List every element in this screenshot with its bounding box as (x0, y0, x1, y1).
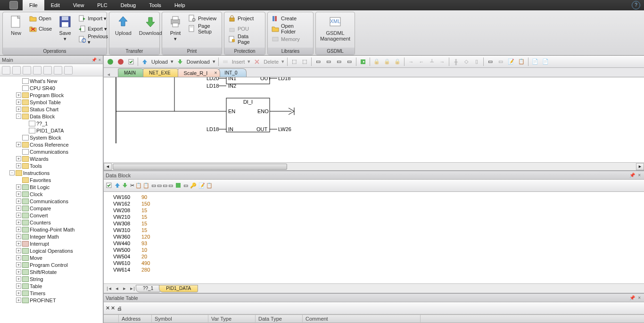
db-nav-last[interactable]: ►| (128, 286, 136, 291)
tree-node[interactable]: +Interrupt (0, 240, 103, 247)
scroll-left-icon[interactable]: ◄ (104, 163, 112, 170)
upload-text[interactable]: Upload (150, 59, 169, 65)
tree-node[interactable]: +Tools (0, 162, 103, 169)
db-copy-icon[interactable]: 📋 (135, 182, 142, 189)
expand-icon[interactable]: + (16, 227, 21, 232)
view-icon-2[interactable] (12, 66, 21, 75)
stop-icon[interactable] (116, 57, 125, 66)
menu-file[interactable]: File (23, 0, 44, 10)
tree-node[interactable]: +PROFINET (0, 297, 103, 304)
expand-icon[interactable]: + (16, 156, 21, 161)
tree-node[interactable]: ??_1 (0, 120, 103, 127)
close-button[interactable]: Close (28, 24, 53, 34)
tb-17[interactable]: ▯ (472, 57, 481, 66)
db-tb-b[interactable]: ▭ (157, 182, 162, 189)
menu-edit[interactable]: Edit (44, 0, 66, 10)
db-tb-g[interactable]: 📝 (198, 182, 205, 189)
data-block-row[interactable]: VW21015 (113, 214, 635, 220)
tb-18[interactable]: ▭ (486, 57, 495, 66)
data-block-row[interactable]: VW610490 (113, 260, 635, 266)
db-tab-2[interactable]: PID1_DATA (159, 285, 198, 292)
vt-col-0[interactable] (104, 315, 119, 323)
tree-node[interactable]: +Table (0, 282, 103, 290)
db-tb-a[interactable]: ▭ (151, 182, 156, 189)
menu-view[interactable]: View (66, 0, 91, 10)
tb-15[interactable]: ╫ (451, 57, 461, 66)
db-nav-prev[interactable]: ◄ (113, 286, 121, 291)
insert-icon[interactable] (221, 57, 230, 66)
tree-node[interactable]: +Bit Logic (0, 183, 103, 190)
data-block-row[interactable]: VW31015 (113, 227, 635, 233)
tree-node[interactable]: +Program Block (0, 91, 103, 99)
data-block-row[interactable]: VW360120 (113, 233, 635, 240)
upload-arrow-icon[interactable] (140, 57, 149, 66)
menu-plc[interactable]: PLC (91, 0, 114, 10)
tree-node[interactable]: Communications (0, 148, 103, 155)
expand-icon[interactable]: + (16, 234, 21, 239)
expand-icon[interactable]: - (9, 170, 15, 175)
download-arrow-icon[interactable] (175, 57, 185, 66)
expand-icon[interactable]: - (16, 114, 21, 119)
vt-col-symbol[interactable]: Symbol (152, 315, 208, 323)
db-paste-icon[interactable]: 📋 (143, 182, 149, 189)
db-tb-d[interactable]: ▭ (168, 182, 173, 189)
run-icon[interactable] (106, 57, 115, 66)
expand-icon[interactable]: + (16, 191, 21, 197)
data-block-row[interactable]: VW44093 (113, 240, 635, 247)
tree-node[interactable]: +Timers (0, 290, 103, 297)
expand-icon[interactable]: + (16, 298, 21, 303)
tree-node[interactable]: +Communications (0, 198, 103, 205)
close-panel-icon[interactable]: × (636, 173, 642, 178)
menu-tools[interactable]: Tools (142, 0, 168, 10)
pou-button[interactable]: POU (227, 24, 262, 34)
export-button[interactable]: Export ▾ (77, 24, 109, 34)
tree-node[interactable]: +Shift/Rotate (0, 268, 103, 275)
expand-icon[interactable]: + (16, 290, 21, 296)
new-button[interactable]: New (6, 13, 26, 37)
db-tb-c[interactable]: ▭ (163, 182, 167, 189)
pin-icon[interactable]: 📌 (628, 173, 636, 178)
view-icon-5[interactable] (43, 66, 52, 75)
tb-12[interactable]: ← (417, 57, 426, 66)
tree-node[interactable]: +Counters (0, 219, 103, 226)
tb-14[interactable]: → (438, 57, 447, 66)
print-button[interactable]: Print▾ (165, 13, 186, 43)
expand-icon[interactable]: + (16, 142, 21, 147)
db-tb-f[interactable]: 🔑 (190, 182, 197, 189)
tree-node[interactable]: PID1_DATA (0, 127, 103, 134)
close-panel-icon[interactable]: × (636, 295, 642, 300)
expand-icon[interactable]: + (16, 92, 21, 98)
expand-icon[interactable]: + (16, 248, 21, 253)
view-icon-6[interactable] (54, 66, 62, 75)
db-tab-1[interactable]: ??_1 (136, 285, 160, 292)
tree-node[interactable]: +Program Control (0, 261, 103, 268)
vt-tb-2[interactable]: ✕ (111, 305, 115, 311)
expand-icon[interactable]: + (16, 269, 21, 274)
tab-scroll-left[interactable]: ◄ (107, 72, 111, 77)
expand-icon[interactable]: + (16, 199, 21, 204)
scroll-thumb[interactable] (113, 164, 287, 170)
tree-node[interactable]: +Cross Reference (0, 141, 103, 148)
ladder-canvas[interactable]: LD20 IN1 OUT LD18 LD18 IN2 DI_I EN ENO (104, 77, 644, 162)
tb-2[interactable]: ⬚ (300, 57, 309, 66)
view-icon-1[interactable] (2, 66, 10, 75)
tree-node[interactable]: +Integer Math (0, 233, 103, 240)
create-button[interactable]: Create (271, 13, 310, 24)
close-panel-icon[interactable]: × (99, 58, 101, 62)
data-block-row[interactable]: VW50420 (113, 253, 635, 260)
data-block-content[interactable]: VW16090VW162150VW20815VW21015VW30815VW31… (104, 192, 644, 283)
vt-col-address[interactable]: Address (119, 315, 152, 323)
vt-col-datatype[interactable]: Data Type (256, 315, 303, 323)
db-nav-next[interactable]: ► (121, 286, 128, 291)
db-nav-first[interactable]: |◄ (106, 286, 113, 291)
view-icon-7[interactable] (64, 66, 73, 75)
db-go-icon[interactable] (175, 182, 182, 190)
memory-button[interactable]: Memory (271, 34, 310, 44)
tb-22[interactable]: 📄 (530, 57, 540, 66)
expand-icon[interactable]: + (16, 255, 21, 260)
expand-icon[interactable]: + (16, 184, 21, 190)
page-setup-button[interactable]: Page Setup (188, 24, 219, 34)
tab-main[interactable]: MAIN (118, 68, 145, 77)
tab-scale-r-i[interactable]: Scale_R_I× (178, 68, 221, 77)
tb-8[interactable]: 🔒 (372, 57, 381, 66)
